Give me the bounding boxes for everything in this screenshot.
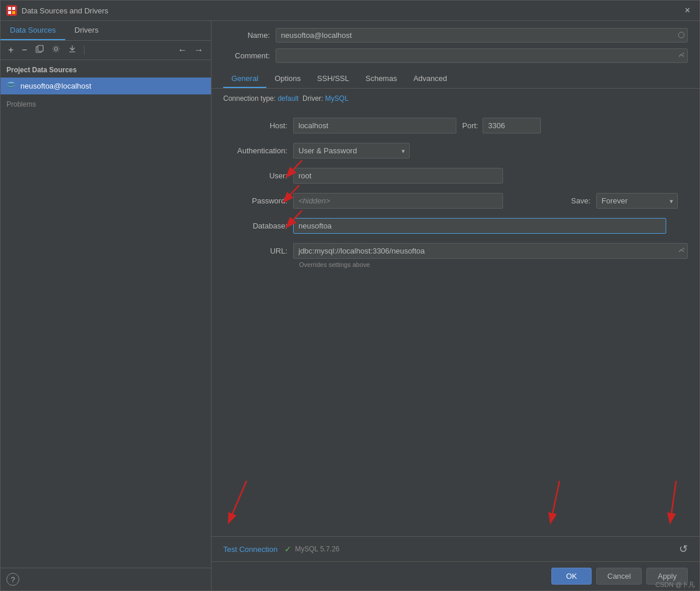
left-panel: Data Sources Drivers + − [1, 21, 212, 590]
cancel-button[interactable]: Cancel [596, 568, 642, 585]
port-input[interactable] [483, 118, 541, 133]
password-input[interactable] [293, 193, 503, 209]
remove-button[interactable]: − [19, 43, 30, 57]
test-status-text: MySQL 5.7.26 [295, 545, 339, 553]
tab-schemas[interactable]: Schemas [357, 70, 405, 88]
refresh-button[interactable]: ↺ [679, 543, 688, 555]
user-input[interactable] [293, 168, 503, 184]
form-area: Host: Port: Authentication: User & Passw… [212, 108, 699, 536]
database-label: Database: [223, 221, 287, 230]
name-input[interactable] [276, 29, 676, 42]
toolbar: + − [1, 41, 211, 60]
ok-button[interactable]: OK [551, 568, 592, 585]
tab-general[interactable]: General [223, 70, 266, 88]
url-hint: Overrides settings above [299, 261, 688, 268]
password-row: Password: Save: Forever Until restart Ne… [223, 193, 688, 209]
svg-point-11 [678, 32, 684, 38]
url-input-wrapper [293, 243, 688, 259]
add-button[interactable]: + [5, 43, 16, 57]
save-label: Save: [526, 196, 590, 205]
host-label: Host: [223, 121, 287, 130]
database-row: Database: [223, 218, 688, 234]
comment-expand-button[interactable] [676, 50, 687, 62]
tab-advanced[interactable]: Advanced [405, 70, 455, 88]
settings-button[interactable] [49, 43, 63, 57]
test-connection-button[interactable]: Test Connection [223, 545, 277, 554]
host-input[interactable] [293, 118, 456, 133]
svg-rect-1 [8, 7, 11, 10]
check-icon: ✓ [284, 544, 291, 554]
tab-ssh-ssl[interactable]: SSH/SSL [309, 70, 357, 88]
window-title: Data Sources and Drivers [22, 6, 681, 15]
name-input-wrapper [276, 28, 688, 43]
help-button[interactable]: ? [6, 573, 19, 586]
user-label: User: [223, 171, 287, 180]
host-row: Host: Port: [223, 118, 688, 133]
app-icon [6, 5, 17, 16]
left-tabs: Data Sources Drivers [1, 21, 211, 41]
svg-rect-3 [8, 11, 11, 14]
forward-button[interactable]: → [191, 43, 206, 57]
comment-input-wrapper [276, 48, 688, 63]
database-input[interactable] [293, 218, 666, 234]
connection-info: Connection type: default Driver: MySQL [223, 94, 699, 103]
right-panel: Name: Comment: [212, 21, 699, 561]
name-expand-button[interactable] [676, 30, 687, 41]
url-row: URL: [223, 243, 688, 259]
bottom-bar: ? [1, 568, 211, 590]
datasource-name: neusoftoa@localhost [20, 82, 92, 90]
watermark: CSDN @卜凡 [656, 581, 695, 589]
comment-row: Comment: [212, 46, 699, 65]
url-expand-button[interactable] [676, 245, 687, 257]
svg-point-7 [54, 48, 57, 51]
tab-drivers[interactable]: Drivers [65, 21, 108, 40]
dialog-footer: OK Cancel Apply [212, 561, 699, 590]
comment-input[interactable] [276, 49, 676, 62]
import-button[interactable] [65, 43, 79, 57]
user-row: User: [223, 168, 688, 184]
auth-row: Authentication: User & Password No auth … [223, 143, 688, 159]
comment-label: Comment: [223, 51, 270, 60]
svg-rect-4 [12, 11, 15, 14]
svg-rect-2 [12, 7, 15, 10]
connection-type-value[interactable]: default [277, 94, 298, 103]
datasource-neusoftoa[interactable]: neusoftoa@localhost [1, 78, 211, 94]
password-label: Password: [223, 196, 287, 205]
datasource-icon [6, 80, 16, 92]
auth-select[interactable]: User & Password No auth pgpass [293, 143, 410, 159]
section-project-data-sources: Project Data Sources [1, 60, 211, 78]
connection-footer: Test Connection ✓ MySQL 5.7.26 [212, 536, 699, 561]
url-label: URL: [223, 247, 287, 255]
svg-rect-6 [38, 45, 43, 51]
right-tabs: General Options SSH/SSL Schemas Advanced [212, 70, 699, 89]
auth-label: Authentication: [223, 146, 287, 155]
test-status: ✓ MySQL 5.7.26 [284, 544, 339, 554]
back-button[interactable]: ← [175, 43, 190, 57]
copy-button[interactable] [33, 43, 47, 57]
title-bar: Data Sources and Drivers × [1, 1, 699, 21]
problems-section: Problems [1, 94, 211, 114]
close-button[interactable]: × [681, 4, 694, 17]
tab-options[interactable]: Options [266, 70, 309, 88]
save-select[interactable]: Forever Until restart Never [596, 193, 678, 209]
tab-data-sources[interactable]: Data Sources [1, 21, 65, 40]
name-row: Name: [212, 21, 699, 46]
name-label: Name: [223, 31, 270, 40]
svg-rect-0 [6, 5, 17, 16]
driver-value[interactable]: MySQL [325, 94, 349, 103]
port-label: Port: [462, 121, 478, 130]
url-input[interactable] [294, 244, 676, 258]
